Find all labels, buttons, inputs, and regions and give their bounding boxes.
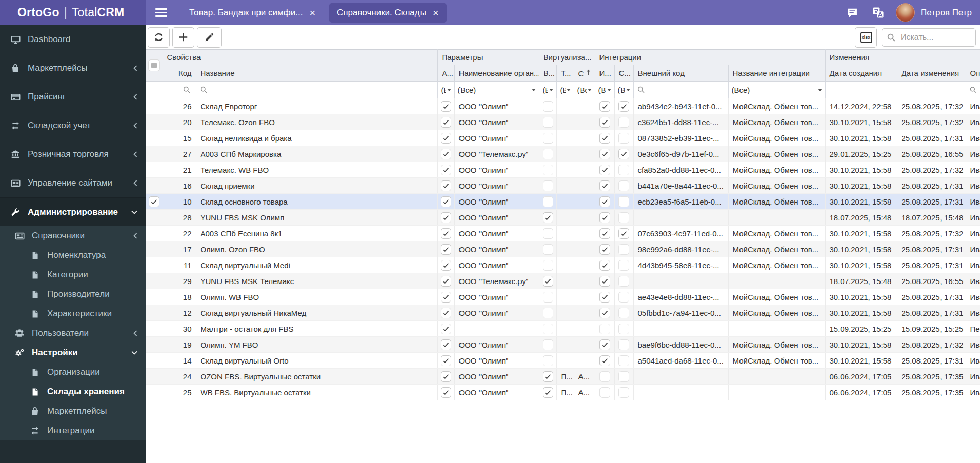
cell-integration-enabled[interactable] — [595, 162, 614, 178]
sidebar-item-организации[interactable]: Организации — [0, 363, 146, 382]
cell-status[interactable] — [574, 257, 595, 273]
cell-row-select[interactable] — [146, 178, 163, 194]
cell-date-created[interactable]: 30.10.2021, 15:58 — [825, 226, 897, 241]
cell-actual[interactable] — [437, 353, 454, 369]
cell-date-created[interactable]: 14.12.2024, 22:58 — [825, 98, 897, 114]
cell-virtual[interactable] — [539, 114, 556, 130]
cell-sync[interactable] — [614, 226, 633, 241]
table-row[interactable]: 12Склад виртуальный НикаМедООО "Олимп"05… — [146, 305, 980, 321]
sidebar-item-производители[interactable]: Производители — [0, 285, 146, 304]
cell-status[interactable] — [574, 289, 595, 305]
cell-row-select[interactable] — [146, 353, 163, 369]
sidebar-item-розничная-торговля[interactable]: Розничная торговля — [0, 140, 146, 169]
cell-operator[interactable]: Ива — [966, 257, 980, 273]
cell-date-modified[interactable]: 25.08.2025, 17:32 — [897, 114, 966, 130]
cell-integration-name[interactable]: МойСклад. Обмен тов... — [728, 353, 825, 369]
table-row[interactable]: 25WB FBS. Виртуальные остаткиООО "Олимп"… — [146, 385, 980, 400]
add-button[interactable] — [172, 27, 194, 48]
cell-name[interactable]: OZON FBS. Виртуальные остатки — [196, 369, 437, 385]
cell-row-select[interactable] — [146, 321, 163, 337]
table-row[interactable]: 30Малтри - остаток для FBS15.09.2025, 15… — [146, 321, 980, 337]
cell-actual[interactable] — [437, 210, 454, 226]
cell-date-modified[interactable]: 25.08.2025, 16:55 — [897, 273, 966, 289]
cell-integration-name[interactable]: МойСклад. Обмен тов... — [728, 162, 825, 178]
cell-status[interactable] — [574, 194, 595, 210]
cell-type[interactable] — [556, 353, 574, 369]
cell-sync[interactable] — [614, 305, 633, 321]
cell-external-code[interactable]: ecb23ea5-f6a5-11eb-0... — [633, 194, 728, 210]
cell-operator[interactable]: Ива — [966, 273, 980, 289]
cell-virtual[interactable] — [539, 241, 556, 257]
cell-actual[interactable] — [437, 305, 454, 321]
cell-name[interactable]: Склад приемки — [196, 178, 437, 194]
cell-status[interactable] — [574, 305, 595, 321]
cell-integration-enabled[interactable] — [595, 353, 614, 369]
cell-date-modified[interactable]: 15.09.2025, 15:25 — [897, 321, 966, 337]
cell-operator[interactable]: Ива — [966, 178, 980, 194]
cell-organization[interactable]: ООО "Олимп" — [454, 178, 539, 194]
table-row[interactable]: 27А003 СПб МаркировкаООО "Телемакс.ру"0e… — [146, 146, 980, 162]
cell-virtual[interactable] — [539, 226, 556, 241]
cell-sync[interactable] — [614, 289, 633, 305]
cell-virtual[interactable] — [539, 337, 556, 353]
edit-button[interactable] — [197, 27, 222, 48]
cell-date-created[interactable]: 29.01.2025, 15:25 — [825, 146, 897, 162]
cell-date-modified[interactable]: 25.08.2025, 17:31 — [897, 130, 966, 146]
cell-row-select[interactable] — [146, 146, 163, 162]
cell-date-modified[interactable]: 18.07.2025, 15:48 — [897, 210, 966, 226]
cell-integration-name[interactable] — [728, 321, 825, 337]
cell-type[interactable] — [556, 114, 574, 130]
cell-actual[interactable] — [437, 226, 454, 241]
cell-status[interactable]: А... — [574, 369, 595, 385]
cell-code[interactable]: 27 — [163, 146, 196, 162]
cell-date-modified[interactable]: 25.08.2025, 17:32 — [897, 162, 966, 178]
cell-name[interactable]: Олимп. Ozon FBO — [196, 241, 437, 257]
cell-external-code[interactable] — [633, 210, 728, 226]
column-header-sync[interactable]: С... — [614, 65, 633, 82]
cell-sync[interactable] — [614, 337, 633, 353]
cell-virtual[interactable] — [539, 98, 556, 114]
filter-type[interactable]: (В... — [556, 82, 574, 98]
cell-external-code[interactable]: 0e3c6f65-d97b-11ef-0... — [633, 146, 728, 162]
cell-organization[interactable]: ООО "Олимп" — [454, 114, 539, 130]
cell-name[interactable]: Склад виртуальный Medi — [196, 257, 437, 273]
cell-organization[interactable]: ООО "Телемакс.ру" — [454, 273, 539, 289]
filter-operator[interactable] — [966, 82, 980, 98]
table-row[interactable]: 24OZON FBS. Виртуальные остаткиООО "Олим… — [146, 369, 980, 385]
table-row[interactable]: 15Склад неликвида и бракаООО "Олимп"0873… — [146, 130, 980, 146]
cell-actual[interactable] — [437, 369, 454, 385]
cell-row-select[interactable] — [146, 114, 163, 130]
cell-date-modified[interactable]: 25.08.2025, 17:31 — [897, 178, 966, 194]
cell-integration-enabled[interactable] — [595, 114, 614, 130]
cell-operator[interactable]: Ива — [966, 305, 980, 321]
cell-code[interactable]: 26 — [163, 98, 196, 114]
cell-sync[interactable] — [614, 273, 633, 289]
cell-sync[interactable] — [614, 194, 633, 210]
cell-external-code[interactable]: ae43e4e8-dd88-11ec-... — [633, 289, 728, 305]
cell-operator[interactable]: Ива — [966, 194, 980, 210]
messages-icon[interactable] — [847, 7, 858, 18]
cell-operator[interactable]: Пет — [966, 321, 980, 337]
cell-status[interactable] — [574, 162, 595, 178]
cell-operator[interactable]: Ива — [966, 162, 980, 178]
cell-status[interactable] — [574, 353, 595, 369]
cell-code[interactable]: 17 — [163, 241, 196, 257]
cell-status[interactable] — [574, 146, 595, 162]
band-integrations[interactable]: Интеграции — [595, 50, 825, 65]
cell-operator[interactable]: Ива — [966, 146, 980, 162]
band-parameters[interactable]: Параметры — [437, 50, 539, 65]
cell-virtual[interactable] — [539, 178, 556, 194]
cell-integration-enabled[interactable] — [595, 241, 614, 257]
column-header-integration-enabled[interactable]: И... — [595, 65, 614, 82]
cell-date-created[interactable]: 30.10.2021, 15:58 — [825, 305, 897, 321]
filter-code[interactable] — [163, 82, 196, 98]
sidebar-item-dashboard[interactable]: Dashboard — [0, 25, 146, 54]
filter-date-created[interactable] — [825, 82, 897, 98]
cell-virtual[interactable] — [539, 353, 556, 369]
filter-name[interactable] — [196, 82, 437, 98]
user-name[interactable]: Петров Петр — [921, 8, 972, 18]
cell-actual[interactable] — [437, 273, 454, 289]
table-row[interactable]: 20Телемакс. Ozon FBOООО "Олимп"c3624b51-… — [146, 114, 980, 130]
cell-date-created[interactable]: 30.10.2021, 15:58 — [825, 353, 897, 369]
cell-status[interactable] — [574, 210, 595, 226]
